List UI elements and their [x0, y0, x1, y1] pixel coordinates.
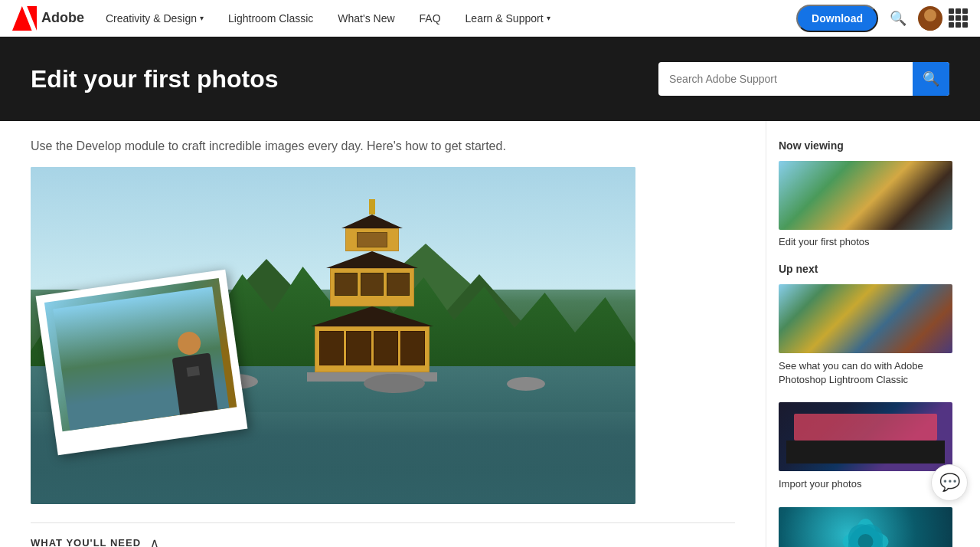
- search-bar: 🔍: [658, 62, 949, 96]
- search-button[interactable]: 🔍: [913, 62, 949, 96]
- up-next-label: Up next: [779, 263, 952, 275]
- adobe-logo[interactable]: Adobe: [12, 6, 84, 31]
- now-viewing-item-label: Edit your first photos: [779, 236, 952, 247]
- content-area: Use the Develop module to craft incredib…: [0, 121, 766, 547]
- chevron-up-icon: ∧: [150, 536, 159, 547]
- svg-point-2: [924, 9, 936, 21]
- now-viewing-thumb[interactable]: [779, 161, 952, 230]
- chat-button[interactable]: 💬: [931, 464, 968, 501]
- sidebar-card-2-label: Import your photos: [779, 477, 952, 491]
- sidebar-card-1-label: See what you can do with Adobe Photoshop…: [779, 359, 952, 387]
- nav-item-creativity[interactable]: Creativity & Design ▾: [96, 0, 213, 37]
- main-layout: Use the Develop module to craft incredib…: [0, 121, 980, 547]
- nav-item-learn[interactable]: Learn & Support ▾: [456, 0, 560, 37]
- download-button[interactable]: Download: [796, 5, 878, 32]
- what-youll-need-label: WHAT YOU'LL NEED: [31, 537, 141, 547]
- chevron-down-icon-2: ▾: [547, 14, 550, 22]
- sidebar-card-2[interactable]: Import your photos: [779, 402, 952, 491]
- nav-item-lightroom[interactable]: Lightroom Classic: [219, 0, 322, 37]
- adobe-wordmark: Adobe: [41, 10, 84, 26]
- svg-point-3: [921, 21, 939, 31]
- sidebar-card-3[interactable]: Organize - save favorites in collection: [779, 507, 952, 547]
- now-viewing-label: Now viewing: [779, 139, 952, 152]
- top-nav: Adobe Creativity & Design ▾ Lightroom Cl…: [0, 0, 980, 37]
- search-icon-nav[interactable]: 🔍: [884, 5, 912, 32]
- what-youll-need-section[interactable]: WHAT YOU'LL NEED ∧: [31, 523, 735, 547]
- intro-text: Use the Develop module to craft incredib…: [31, 139, 735, 153]
- page-title: Edit your first photos: [31, 65, 628, 93]
- chat-icon: 💬: [939, 473, 960, 493]
- photo-overlay: [36, 270, 248, 456]
- avatar[interactable]: [918, 6, 942, 31]
- nav-item-whats-new[interactable]: What's New: [328, 0, 403, 37]
- chevron-down-icon: ▾: [200, 14, 204, 22]
- sidebar-card-1[interactable]: See what you can do with Adobe Photoshop…: [779, 284, 952, 387]
- search-input[interactable]: [658, 65, 913, 93]
- hero-header: Edit your first photos 🔍: [0, 37, 980, 121]
- search-icon: 🔍: [923, 70, 939, 87]
- grid-apps-icon[interactable]: [949, 8, 968, 28]
- hero-image: [31, 167, 635, 504]
- nav-item-faq[interactable]: FAQ: [410, 0, 450, 37]
